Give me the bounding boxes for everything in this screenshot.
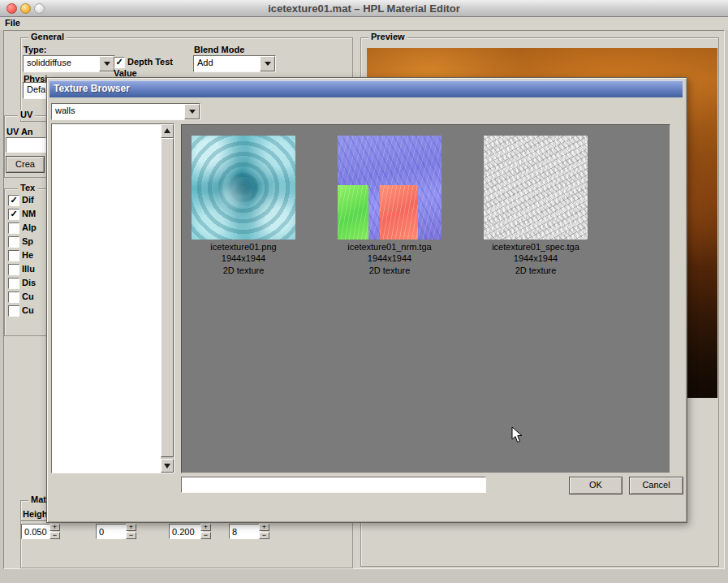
- category-listbox[interactable]: [51, 123, 174, 473]
- scrollbar-thumb[interactable]: [161, 138, 174, 457]
- texture-unit-label: Dif: [22, 195, 34, 205]
- texture-size: 1944x1944: [179, 253, 308, 263]
- stepper-minus-icon[interactable]: −: [50, 532, 60, 539]
- dialog-titlebar[interactable]: Texture Browser: [50, 80, 683, 97]
- create-button[interactable]: Crea: [6, 156, 45, 173]
- material-field-4-stepper: + −: [259, 524, 269, 539]
- normalmap-green-patch: [338, 185, 368, 240]
- material-field-2-stepper: + −: [126, 524, 136, 539]
- type-select-arrow-icon[interactable]: [99, 56, 114, 71]
- texture-unit-label: Sp: [22, 236, 33, 246]
- texture-unit-checkbox-cube2[interactable]: [8, 305, 19, 317]
- texture-filename: icetexture01_spec.tga: [471, 242, 601, 252]
- texture-unit-label: Cu: [22, 292, 34, 301]
- material-field-1-stepper: + −: [50, 524, 60, 539]
- stepper-plus-icon[interactable]: +: [259, 524, 269, 531]
- scroll-up-icon[interactable]: [161, 124, 174, 138]
- texture-type: 2D texture: [325, 266, 454, 275]
- texture-unit-checkbox-nmap[interactable]: ✓: [8, 209, 19, 220]
- preview-legend: Preview: [368, 32, 407, 41]
- blend-mode-label: Blend Mode: [194, 45, 244, 54]
- texture-unit-label: Alp: [22, 222, 37, 232]
- texture-unit-label: Cu: [22, 305, 34, 315]
- texture-units-legend: Tex: [18, 183, 37, 192]
- category-select-value: walls: [55, 106, 75, 115]
- texture-item-normalmap[interactable]: icetexture01_nrm.tga 1944x1944 2D textur…: [325, 136, 454, 275]
- material-field-3-input[interactable]: [169, 524, 203, 539]
- category-select-arrow-icon[interactable]: [184, 104, 200, 119]
- depth-test-label: Depth Test: [127, 57, 173, 67]
- app-window: icetexture01.mat – HPL Material Editor F…: [0, 0, 728, 583]
- texture-thumbnail-specular[interactable]: [484, 136, 588, 240]
- window-titlebar[interactable]: icetexture01.mat – HPL Material Editor: [0, 0, 728, 17]
- blend-mode-select-value: Add: [197, 58, 213, 67]
- listbox-scrollbar[interactable]: [161, 124, 174, 473]
- texture-unit-label: He: [22, 250, 33, 260]
- texture-unit-checkbox-alpha[interactable]: [8, 222, 19, 234]
- window-title: icetexture01.mat – HPL Material Editor: [0, 2, 728, 15]
- texture-thumbnail-normalmap[interactable]: [338, 136, 442, 240]
- stepper-minus-icon[interactable]: −: [200, 532, 211, 539]
- uv-anim-input[interactable]: [6, 137, 46, 153]
- general-legend: General: [28, 32, 67, 41]
- material-field-1-input[interactable]: [21, 524, 52, 539]
- stepper-minus-icon[interactable]: −: [259, 532, 269, 539]
- filename-input[interactable]: [181, 477, 486, 493]
- texture-item-diffuse[interactable]: icetexture01.png 1944x1944 2D texture: [179, 136, 308, 275]
- height-label: Heigh: [23, 509, 48, 519]
- blend-mode-select-arrow-icon[interactable]: [260, 56, 275, 71]
- menu-file[interactable]: File: [5, 18, 20, 28]
- cancel-button[interactable]: Cancel: [629, 477, 683, 494]
- texture-unit-checkbox-diffuse[interactable]: ✓: [8, 195, 19, 206]
- material-field-3-stepper: + −: [200, 524, 211, 539]
- texture-type: 2D texture: [179, 266, 308, 275]
- dialog-title: Texture Browser: [54, 83, 130, 94]
- texture-filename: icetexture01.png: [179, 242, 308, 252]
- material-field-4-input[interactable]: [229, 524, 261, 539]
- texture-unit-checkbox-cube[interactable]: [8, 292, 19, 303]
- texture-browser-panel: icetexture01.png 1944x1944 2D texture ic…: [181, 124, 670, 473]
- texture-unit-checkbox-illumination[interactable]: [8, 264, 19, 275]
- uv-anim-label: UV An: [6, 127, 33, 136]
- texture-filename: icetexture01_nrm.tga: [325, 242, 454, 252]
- ok-button[interactable]: OK: [569, 477, 622, 494]
- stepper-plus-icon[interactable]: +: [200, 524, 211, 531]
- type-select[interactable]: soliddiffuse: [23, 55, 115, 72]
- texture-size: 1944x1944: [471, 253, 601, 263]
- blend-mode-select[interactable]: Add: [193, 55, 276, 72]
- texture-unit-checkbox-specular[interactable]: [8, 236, 19, 248]
- texture-unit-label: Illu: [22, 264, 35, 274]
- texture-size: 1944x1944: [325, 253, 454, 263]
- uv-legend: UV: [18, 110, 35, 119]
- texture-unit-label: NM: [22, 209, 36, 218]
- physics-select-value: Defa: [27, 84, 45, 94]
- normalmap-red-patch: [380, 185, 417, 240]
- stepper-plus-icon[interactable]: +: [50, 524, 60, 531]
- material-field-2-input[interactable]: [96, 524, 128, 539]
- depth-test-checkbox[interactable]: ✓: [114, 57, 125, 68]
- texture-unit-label: Dis: [22, 278, 36, 287]
- stepper-plus-icon[interactable]: +: [126, 524, 136, 531]
- scroll-down-icon[interactable]: [161, 459, 174, 473]
- texture-item-specular[interactable]: icetexture01_spec.tga 1944x1944 2D textu…: [471, 136, 601, 275]
- stepper-minus-icon[interactable]: −: [126, 532, 136, 539]
- mouse-cursor-icon: [511, 426, 523, 444]
- category-select[interactable]: walls: [51, 103, 200, 120]
- menu-bar: File: [0, 17, 728, 30]
- texture-thumbnail-diffuse[interactable]: [192, 136, 295, 240]
- texture-unit-checkbox-dissolve[interactable]: [8, 278, 19, 289]
- type-select-value: soliddiffuse: [27, 58, 71, 67]
- texture-type: 2D texture: [471, 266, 601, 275]
- type-label: Type:: [24, 45, 47, 54]
- texture-unit-checkbox-height[interactable]: [8, 250, 19, 261]
- texture-browser-dialog: Texture Browser walls icetexture01.png 1…: [46, 77, 687, 523]
